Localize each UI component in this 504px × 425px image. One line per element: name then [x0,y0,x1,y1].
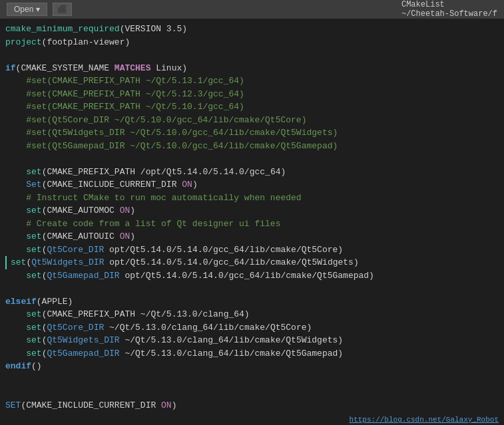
cmake-func-token: set [26,231,41,241]
code-line: set(Qt5Gamepad_DIR opt/Qt5.14.0/5.14.0/g… [5,269,499,283]
open-label: Open [14,5,33,14]
code-line: #set(Qt5Gamepad_DIR ~/Qt/5.10.0/gcc_64/l… [5,140,499,153]
code-text: opt/Qt5.14.0/5.14.0/gcc_64/lib/cmake/Qt5… [104,257,358,267]
code-line: # Instruct CMake to run moc automaticall… [5,192,499,205]
status-link[interactable]: https://blog.csdn.net/Galaxy_Robot [350,416,499,424]
matches-token: MATCHES [115,63,151,73]
code-text: Linux) [150,63,187,73]
code-line: set(Qt5Core_DIR opt/Qt5.14.0/5.14.0/gcc_… [5,243,499,257]
title-bar: Open ▾ ⬛ CMakeList ~/Cheetah-Software/f [0,0,504,19]
code-text [5,349,26,358]
comment-token: # Instruct CMake to run moc automaticall… [5,193,302,203]
code-line: set(CMAKE_PREFIX_PATH ~/Qt/5.13.0/clang_… [5,308,499,321]
comment-token: #set(CMAKE_PREFIX_PATH ~/Qt/5.12.3/gcc_6… [5,89,244,99]
code-line: if(CMAKE_SYSTEM_NAME MATCHES Linux) [5,62,499,75]
code-text: ) [192,180,198,190]
code-text: ~/Qt/5.13.0/clang_64/lib/cmake/Qt5Widget… [120,335,343,345]
code-text [5,323,26,333]
keyword-token: if [5,63,16,73]
code-text [5,180,26,190]
comment-token: #set(Qt5Core_DIR ~/Qt/5.10.0/gcc_64/lib/… [5,115,306,125]
code-text [5,271,26,281]
code-line: set(CMAKE_AUTOMOC ON) [5,204,499,217]
code-text: ~/Qt/5.13.0/clang_64/lib/cmake/Qt5Gamepa… [120,349,343,358]
cmake-func-token: set [26,271,41,281]
code-line: project(footplan-viewer) [5,36,499,49]
code-text: (VERSION 3.5) [120,24,187,34]
cmake-func-token: Qt5Core_DIR [47,245,104,255]
code-text [5,309,26,319]
title-info: CMakeList ~/Cheetah-Software/f [401,0,497,19]
on-token: ON [182,180,192,190]
code-line: cmake_minimum_required(VERSION 3.5) [5,23,499,36]
cmake-func-token: cmake_minimum_required [5,24,120,34]
code-line [5,282,499,295]
code-text: (CMAKE_PREFIX_PATH ~/Qt/5.13.0/clang_64) [42,309,250,319]
cmake-func-token: set [26,349,41,358]
code-line: Set(CMAKE_INCLUDE_CURRENT_DIR ON) [5,178,499,192]
code-text: (CMAKE_INCLUDE_CURRENT_DIR [42,180,182,190]
code-text [5,231,26,241]
code-line: SET(CMAKE_INCLUDE_CURRENT_DIR ON) [5,399,499,412]
dropdown-arrow-icon: ▾ [36,5,40,14]
code-text: (footplan-viewer) [42,37,130,47]
code-text: (CMAKE_AUTOMOC [42,206,120,215]
cmake-func-token: set [26,335,41,345]
comment-token: #set(CMAKE_PREFIX_PATH ~/Qt/5.13.1/gcc_6… [5,76,244,86]
code-line: set(Qt5Core_DIR ~/Qt/5.13.0/clang_64/lib… [5,321,499,335]
cmake-func-token: Qt5Gamepad_DIR [47,349,119,358]
code-line: set(Qt5Gamepad_DIR ~/Qt/5.13.0/clang_64/… [5,347,499,360]
save-icon-button[interactable]: ⬛ [53,3,72,16]
on-token: ON [120,206,130,215]
cmake-func-token: set [26,206,41,215]
cmake-func-token: set [11,257,26,267]
cmake-func-token: Qt5Core_DIR [47,323,104,333]
code-line: elseif(APPLE) [5,295,499,309]
code-text: ~/Qt/5.13.0/clang_64/lib/cmake/Qt5Core) [104,323,312,333]
open-button[interactable]: Open ▾ [7,3,47,16]
keyword-token: endif [5,361,31,371]
code-line: #set(CMAKE_PREFIX_PATH ~/Qt/5.12.3/gcc_6… [5,88,499,101]
code-text: ) [130,206,135,215]
comment-token: # Create code from a list of Qt designer… [5,219,280,229]
status-bar: https://blog.csdn.net/Galaxy_Robot [344,414,504,425]
code-text: (CMAKE_SYSTEM_NAME [16,63,115,73]
code-line: #set(Qt5Core_DIR ~/Qt/5.10.0/gcc_64/lib/… [5,114,499,127]
code-line: #set(CMAKE_PREFIX_PATH ~/Qt/5.13.1/gcc_6… [5,74,499,88]
comment-token: #set(Qt5Widgets_DIR ~/Qt/5.10.0/gcc_64/l… [5,128,338,138]
code-line: set(Qt5Widgets_DIR opt/Qt5.14.0/5.14.0/g… [5,256,499,269]
code-text: (CMAKE_AUTOUIC [42,231,120,241]
code-text: opt/Qt5.14.0/5.14.0/gcc_64/lib/cmake/Qt5… [104,245,343,255]
title-bar-left: Open ▾ ⬛ [7,3,72,16]
cmake-func-token: set [26,309,41,319]
code-text: ) [172,400,177,410]
code-editor[interactable]: cmake_minimum_required(VERSION 3.5) proj… [0,19,504,425]
code-line [5,373,499,386]
cmake-func-token: Qt5Widgets_DIR [31,257,104,267]
code-line [5,386,499,399]
file-title: CMakeList [401,0,445,9]
code-text [5,245,26,255]
code-line [5,49,499,62]
code-text [5,206,26,215]
cmake-func-token: SET [5,400,21,410]
code-text: () [31,361,42,371]
code-text [5,167,26,177]
code-line: set(CMAKE_AUTOUIC ON) [5,230,499,243]
cmake-func-token: set [26,167,41,177]
code-line: #set(CMAKE_PREFIX_PATH ~/Qt/5.10.1/gcc_6… [5,100,499,114]
keyword-token: elseif [5,297,37,307]
on-token: ON [120,231,130,241]
cmake-func-token: Qt5Widgets_DIR [47,335,119,345]
cmake-func-token: set [26,245,41,255]
code-line: set(Qt5Widgets_DIR ~/Qt/5.13.0/clang_64/… [5,334,499,347]
comment-token: #set(CMAKE_PREFIX_PATH ~/Qt/5.10.1/gcc_6… [5,102,244,112]
on-token: ON [161,400,172,410]
code-text: opt/Qt5.14.0/5.14.0/gcc_64/lib/cmake/Qt5… [120,271,374,281]
code-line: # Create code from a list of Qt designer… [5,217,499,231]
code-line: #set(Qt5Widgets_DIR ~/Qt/5.10.0/gcc_64/l… [5,126,499,140]
code-text: (APPLE) [37,297,73,307]
cmake-func-token: Qt5Gamepad_DIR [47,271,119,281]
cmake-func-token: project [5,37,42,47]
file-path: ~/Cheetah-Software/f [401,9,497,19]
